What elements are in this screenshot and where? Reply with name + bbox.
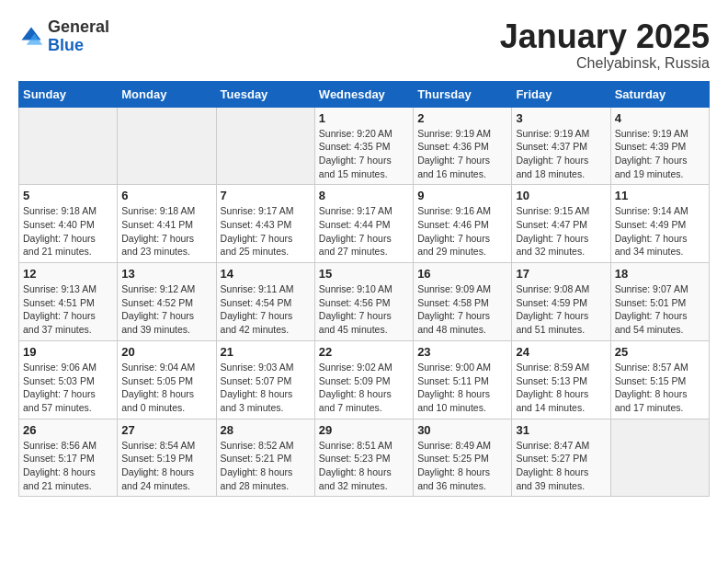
day-number: 24 — [516, 345, 606, 359]
day-cell: 23Sunrise: 9:00 AM Sunset: 5:11 PM Dayli… — [414, 340, 512, 419]
day-cell: 5Sunrise: 9:18 AM Sunset: 4:40 PM Daylig… — [19, 185, 118, 263]
day-number: 1 — [319, 111, 409, 125]
day-info: Sunrise: 9:07 AM Sunset: 5:01 PM Dayligh… — [615, 282, 705, 337]
day-cell: 1Sunrise: 9:20 AM Sunset: 4:35 PM Daylig… — [314, 107, 413, 185]
day-cell — [216, 107, 314, 185]
day-number: 19 — [23, 345, 113, 359]
day-info: Sunrise: 9:09 AM Sunset: 4:58 PM Dayligh… — [417, 282, 507, 337]
day-cell: 13Sunrise: 9:12 AM Sunset: 4:52 PM Dayli… — [118, 263, 216, 341]
day-cell: 18Sunrise: 9:07 AM Sunset: 5:01 PM Dayli… — [610, 263, 709, 341]
day-info: Sunrise: 8:51 AM Sunset: 5:23 PM Dayligh… — [319, 439, 409, 493]
day-cell: 10Sunrise: 9:15 AM Sunset: 4:47 PM Dayli… — [512, 185, 610, 263]
day-number: 31 — [516, 423, 606, 437]
page-header: General Blue January 2025 Chelyabinsk, R… — [18, 18, 710, 72]
day-number: 25 — [615, 345, 705, 359]
day-cell: 12Sunrise: 9:13 AM Sunset: 4:51 PM Dayli… — [19, 263, 118, 341]
day-info: Sunrise: 9:10 AM Sunset: 4:56 PM Dayligh… — [319, 282, 409, 337]
weekday-header-sunday: Sunday — [19, 81, 118, 107]
day-info: Sunrise: 9:18 AM Sunset: 4:40 PM Dayligh… — [23, 204, 113, 259]
day-info: Sunrise: 8:56 AM Sunset: 5:17 PM Dayligh… — [23, 439, 113, 493]
week-row-4: 26Sunrise: 8:56 AM Sunset: 5:17 PM Dayli… — [19, 419, 710, 497]
day-number: 8 — [319, 189, 409, 202]
logo-general: General — [48, 17, 109, 36]
week-row-3: 19Sunrise: 9:06 AM Sunset: 5:03 PM Dayli… — [19, 340, 710, 419]
weekday-row: SundayMondayTuesdayWednesdayThursdayFrid… — [19, 81, 710, 107]
weekday-header-wednesday: Wednesday — [314, 81, 413, 107]
day-cell: 30Sunrise: 8:49 AM Sunset: 5:25 PM Dayli… — [414, 419, 512, 497]
day-cell: 17Sunrise: 9:08 AM Sunset: 4:59 PM Dayli… — [512, 263, 610, 341]
day-cell: 3Sunrise: 9:19 AM Sunset: 4:37 PM Daylig… — [512, 107, 610, 185]
weekday-header-thursday: Thursday — [414, 81, 512, 107]
day-info: Sunrise: 9:06 AM Sunset: 5:03 PM Dayligh… — [23, 361, 113, 415]
day-info: Sunrise: 9:19 AM Sunset: 4:39 PM Dayligh… — [615, 127, 705, 181]
day-info: Sunrise: 9:17 AM Sunset: 4:43 PM Dayligh… — [221, 204, 311, 259]
day-number: 23 — [417, 345, 507, 359]
month-title: January 2025 — [500, 18, 710, 55]
day-info: Sunrise: 9:19 AM Sunset: 4:37 PM Dayligh… — [516, 127, 606, 181]
day-cell: 4Sunrise: 9:19 AM Sunset: 4:39 PM Daylig… — [610, 107, 709, 185]
day-cell: 27Sunrise: 8:54 AM Sunset: 5:19 PM Dayli… — [118, 419, 216, 497]
day-info: Sunrise: 8:49 AM Sunset: 5:25 PM Dayligh… — [417, 439, 507, 493]
day-cell: 22Sunrise: 9:02 AM Sunset: 5:09 PM Dayli… — [314, 340, 413, 419]
day-number: 14 — [221, 267, 311, 281]
week-row-0: 1Sunrise: 9:20 AM Sunset: 4:35 PM Daylig… — [19, 107, 710, 185]
day-cell: 21Sunrise: 9:03 AM Sunset: 5:07 PM Dayli… — [216, 340, 314, 419]
day-number: 17 — [516, 267, 606, 281]
logo: General Blue — [18, 18, 109, 55]
day-cell: 16Sunrise: 9:09 AM Sunset: 4:58 PM Dayli… — [414, 263, 512, 341]
logo-text: General Blue — [48, 18, 109, 55]
day-info: Sunrise: 9:14 AM Sunset: 4:49 PM Dayligh… — [615, 204, 705, 259]
week-row-1: 5Sunrise: 9:18 AM Sunset: 4:40 PM Daylig… — [19, 185, 710, 263]
day-info: Sunrise: 8:57 AM Sunset: 5:15 PM Dayligh… — [615, 361, 705, 415]
day-info: Sunrise: 8:54 AM Sunset: 5:19 PM Dayligh… — [121, 439, 211, 493]
day-number: 12 — [23, 267, 113, 281]
day-cell: 24Sunrise: 8:59 AM Sunset: 5:13 PM Dayli… — [512, 340, 610, 419]
day-cell: 9Sunrise: 9:16 AM Sunset: 4:46 PM Daylig… — [414, 185, 512, 263]
day-cell: 19Sunrise: 9:06 AM Sunset: 5:03 PM Dayli… — [19, 340, 118, 419]
day-cell — [19, 107, 118, 185]
day-info: Sunrise: 8:47 AM Sunset: 5:27 PM Dayligh… — [516, 439, 606, 493]
day-cell: 14Sunrise: 9:11 AM Sunset: 4:54 PM Dayli… — [216, 263, 314, 341]
day-info: Sunrise: 9:19 AM Sunset: 4:36 PM Dayligh… — [417, 127, 507, 181]
logo-blue: Blue — [48, 36, 84, 54]
day-number: 28 — [221, 423, 311, 437]
day-cell: 11Sunrise: 9:14 AM Sunset: 4:49 PM Dayli… — [610, 185, 709, 263]
location: Chelyabinsk, Russia — [500, 55, 710, 72]
day-number: 29 — [319, 423, 409, 437]
day-info: Sunrise: 9:03 AM Sunset: 5:07 PM Dayligh… — [221, 361, 311, 415]
day-cell: 6Sunrise: 9:18 AM Sunset: 4:41 PM Daylig… — [118, 185, 216, 263]
day-number: 9 — [417, 189, 507, 202]
weekday-header-friday: Friday — [512, 81, 610, 107]
day-number: 21 — [221, 345, 311, 359]
day-number: 7 — [221, 189, 311, 202]
day-info: Sunrise: 9:16 AM Sunset: 4:46 PM Dayligh… — [417, 204, 507, 259]
day-info: Sunrise: 8:52 AM Sunset: 5:21 PM Dayligh… — [221, 439, 311, 493]
calendar-header: SundayMondayTuesdayWednesdayThursdayFrid… — [19, 81, 710, 107]
day-info: Sunrise: 9:13 AM Sunset: 4:51 PM Dayligh… — [23, 282, 113, 337]
day-cell: 7Sunrise: 9:17 AM Sunset: 4:43 PM Daylig… — [216, 185, 314, 263]
calendar-table: SundayMondayTuesdayWednesdayThursdayFrid… — [18, 81, 710, 498]
day-info: Sunrise: 9:12 AM Sunset: 4:52 PM Dayligh… — [121, 282, 211, 337]
day-cell — [610, 419, 709, 497]
day-info: Sunrise: 9:08 AM Sunset: 4:59 PM Dayligh… — [516, 282, 606, 337]
weekday-header-saturday: Saturday — [610, 81, 709, 107]
day-cell: 8Sunrise: 9:17 AM Sunset: 4:44 PM Daylig… — [314, 185, 413, 263]
weekday-header-monday: Monday — [118, 81, 216, 107]
day-info: Sunrise: 9:20 AM Sunset: 4:35 PM Dayligh… — [319, 127, 409, 181]
day-cell: 28Sunrise: 8:52 AM Sunset: 5:21 PM Dayli… — [216, 419, 314, 497]
day-number: 11 — [615, 189, 705, 202]
day-number: 27 — [121, 423, 211, 437]
day-info: Sunrise: 9:02 AM Sunset: 5:09 PM Dayligh… — [319, 361, 409, 415]
day-number: 30 — [417, 423, 507, 437]
day-number: 16 — [417, 267, 507, 281]
day-cell: 25Sunrise: 8:57 AM Sunset: 5:15 PM Dayli… — [610, 340, 709, 419]
day-info: Sunrise: 9:04 AM Sunset: 5:05 PM Dayligh… — [121, 361, 211, 415]
day-cell: 15Sunrise: 9:10 AM Sunset: 4:56 PM Dayli… — [314, 263, 413, 341]
day-number: 22 — [319, 345, 409, 359]
day-info: Sunrise: 9:17 AM Sunset: 4:44 PM Dayligh… — [319, 204, 409, 259]
day-number: 13 — [121, 267, 211, 281]
day-number: 3 — [516, 111, 606, 125]
title-block: January 2025 Chelyabinsk, Russia — [500, 18, 710, 72]
day-info: Sunrise: 9:00 AM Sunset: 5:11 PM Dayligh… — [417, 361, 507, 415]
day-number: 5 — [23, 189, 113, 202]
